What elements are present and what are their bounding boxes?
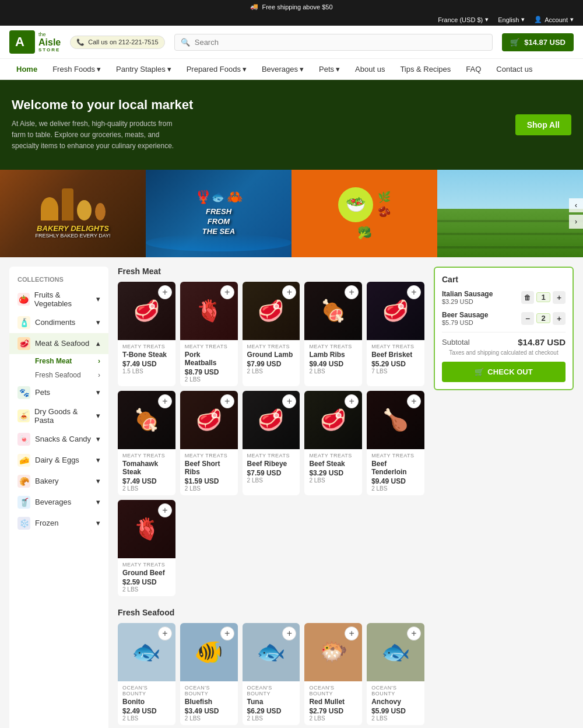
nav-tips[interactable]: Tips & Recipes (393, 59, 458, 79)
meat-product-1-brand: MEATY TREATS (185, 344, 233, 349)
seafood-product-3-info: OCEAN'S BOUNTY Red Mullet $2.79 USD 2 LB… (304, 681, 362, 725)
meat-product-9-add[interactable]: + (407, 394, 421, 408)
fresh-foods-chevron: ▾ (97, 65, 101, 74)
shop-all-button[interactable]: Shop All (515, 114, 571, 135)
sidebar-item-meat[interactable]: 🥩 Meat & Seafood ▴ (9, 333, 108, 354)
nav-fresh-foods[interactable]: Fresh Foods ▾ (45, 59, 108, 79)
sidebar-sub-fresh-meat[interactable]: Fresh Meat › (35, 354, 108, 368)
meat-product-7-info: MEATY TREATS Beef Ribeye $7.59 USD 2 LBS (243, 449, 300, 487)
checkout-button[interactable]: 🛒 CHECK OUT (442, 362, 566, 382)
banner-prev-button[interactable]: ‹ (569, 198, 583, 212)
meat-product-2-brand: MEATY TREATS (247, 344, 296, 349)
seafood-product-3[interactable]: 🐡 + OCEAN'S BOUNTY Red Mullet $2.79 USD … (304, 623, 362, 725)
sidebar-item-frozen[interactable]: ❄️ Frozen ▾ (9, 513, 108, 534)
banner-produce[interactable]: 🥗 🌿 🫘 🥦 (292, 170, 437, 257)
fresh-seafood-chevron: › (98, 371, 100, 379)
seafood-product-2[interactable]: 🐟 + OCEAN'S BOUNTY Tuna $6.29 USD 2 LBS (243, 623, 300, 725)
search-bar[interactable]: 🔍 (174, 34, 493, 51)
meat-product-5-weight: 2 LBS (122, 485, 171, 492)
meat-product-5-add[interactable]: + (158, 394, 172, 408)
cart-item-0-plus[interactable]: + (553, 291, 566, 304)
meat-product-6[interactable]: 🥩 + MEATY TREATS Beef Short Ribs $1.59 U… (180, 391, 238, 495)
sidebar-item-dairy[interactable]: 🧀 Dairy & Eggs ▾ (9, 450, 108, 471)
meat-product-1-add[interactable]: + (220, 285, 234, 299)
meat-product-8[interactable]: 🥩 + MEATY TREATS Beef Steak $3.29 USD 2 … (304, 391, 362, 495)
cart-item-1-minus[interactable]: − (521, 312, 534, 325)
seafood-product-1-add[interactable]: + (220, 626, 234, 640)
sidebar-item-pets[interactable]: 🐾 Pets ▾ (9, 382, 108, 403)
banner-farm[interactable] (437, 170, 583, 257)
logo[interactable]: A the Aisle STORE (9, 30, 61, 54)
sidebar-item-snacks[interactable]: 🍬 Snacks & Candy ▾ (9, 429, 108, 450)
account-menu[interactable]: 👤 Account ▾ (534, 16, 574, 23)
meat-product-8-add[interactable]: + (345, 394, 359, 408)
banner-sea[interactable]: 🦞🐟🦀 FRESHFROMTHE SEA (146, 170, 292, 257)
free-shipping-text: Free shipping above $50 (262, 4, 332, 10)
meat-product-4-add[interactable]: + (407, 285, 421, 299)
nav-home[interactable]: Home (9, 59, 44, 79)
meat-product-4[interactable]: 🥩 + MEATY TREATS Beef Brisket $5.29 USD … (367, 282, 424, 386)
meat-product-10[interactable]: 🫀 + MEATY TREATS Ground Beef $2.59 USD 2… (118, 500, 175, 596)
sidebar-item-beverages[interactable]: 🥤 Beverages ▾ (9, 492, 108, 513)
meat-product-2-add[interactable]: + (282, 285, 296, 299)
seafood-product-4[interactable]: 🐟 + OCEAN'S BOUNTY Anchovy $5.99 USD 2 L… (367, 623, 424, 725)
snacks-icon: 🍬 (17, 433, 30, 446)
nav-about[interactable]: About us (348, 59, 392, 79)
cart-item-0-delete[interactable]: 🗑 (521, 291, 534, 304)
banner-next-button[interactable]: › (569, 215, 583, 229)
cart-item-1: Beer Sausage $5.79 USD − 2 + (442, 311, 566, 326)
search-input[interactable] (195, 38, 486, 47)
meat-product-2[interactable]: 🥩 + MEATY TREATS Ground Lamb $7.99 USD 2… (243, 282, 300, 386)
nav-contact[interactable]: Contact us (489, 59, 539, 79)
cart-item-1-plus[interactable]: + (553, 312, 566, 325)
seafood-product-0[interactable]: 🐟 + OCEAN'S BOUNTY Bonito $2.49 USD 2 LB… (118, 623, 175, 725)
produce-art: 🥗 🌿 🫘 (338, 187, 391, 222)
seafood-product-3-add[interactable]: + (345, 626, 359, 640)
sidebar-item-fruits[interactable]: 🍅 Fruits & Vegetables ▾ (9, 286, 108, 312)
cart-item-1-quantity: 2 (536, 313, 550, 323)
sidebar-item-condiments[interactable]: 🧴 Condiments ▾ (9, 312, 108, 333)
banner-bakery[interactable]: BAKERY DELIGHTS FRESHLY BAKED EVERY DAY! (0, 170, 146, 257)
meat-product-2-price: $7.99 USD (247, 360, 296, 368)
meat-product-3-add[interactable]: + (345, 285, 359, 299)
cart-button[interactable]: 🛒 $14.87 USD (502, 33, 574, 51)
meat-product-1[interactable]: 🫀 + MEATY TREATS Pork Meatballs $8.79 US… (180, 282, 238, 386)
meat-product-3[interactable]: 🍖 + MEATY TREATS Lamb Ribs $9.49 USD 2 L… (304, 282, 362, 386)
seafood-product-2-price: $6.29 USD (247, 707, 296, 715)
region-selector[interactable]: France (USD $) ▾ (438, 16, 489, 23)
phone-badge[interactable]: 📞 Call us on 212-221-7515 (70, 36, 164, 49)
nav-beverages[interactable]: Beverages ▾ (255, 59, 311, 79)
cart-icon: 🛒 (510, 38, 519, 47)
seafood-product-1[interactable]: 🐠 + OCEAN'S BOUNTY Bluefish $3.49 USD 2 … (180, 623, 238, 725)
cart-item-1-qty: − 2 + (521, 312, 566, 325)
fresh-meat-section-title: Fresh Meat (118, 267, 424, 276)
seafood-product-1-weight: 2 LBS (185, 715, 233, 722)
meat-product-9-price: $9.49 USD (371, 477, 420, 485)
sidebar-sub-fresh-seafood[interactable]: Fresh Seafood › (35, 368, 108, 382)
meat-product-0[interactable]: 🥩 + MEATY TREATS T-Bone Steak $7.49 USD … (118, 282, 175, 386)
meat-product-10-add[interactable]: + (158, 503, 172, 517)
meat-product-8-name: Beef Steak (309, 460, 357, 468)
nav-faq[interactable]: FAQ (459, 59, 488, 79)
sidebar-item-dry-goods[interactable]: 🍝 Dry Goods & Pasta ▾ (9, 403, 108, 429)
meat-product-7[interactable]: 🥩 + MEATY TREATS Beef Ribeye $7.59 USD 2… (243, 391, 300, 495)
meat-product-5[interactable]: 🍖 + MEATY TREATS Tomahawk Steak $7.49 US… (118, 391, 175, 495)
sidebar-item-bakery[interactable]: 🥐 Bakery ▾ (9, 471, 108, 492)
nav-prepared-foods[interactable]: Prepared Foods ▾ (180, 59, 254, 79)
meat-product-6-add[interactable]: + (220, 394, 234, 408)
meat-product-6-name: Beef Short Ribs (185, 460, 233, 476)
language-selector[interactable]: English ▾ (498, 16, 525, 23)
phone-number: Call us on 212-221-7515 (88, 38, 158, 46)
meat-product-0-add[interactable]: + (158, 285, 172, 299)
meat-product-7-emoji: 🥩 (258, 408, 284, 432)
bakery-art (41, 188, 106, 220)
seafood-product-4-add[interactable]: + (407, 626, 421, 640)
nav-pantry-staples[interactable]: Pantry Staples ▾ (109, 59, 178, 79)
seafood-product-2-add[interactable]: + (282, 626, 296, 640)
dairy-chevron: ▾ (96, 456, 100, 464)
seafood-product-0-add[interactable]: + (158, 626, 172, 640)
hero-description: At Aisle, we deliver fresh, high-quality… (12, 118, 187, 152)
meat-product-9[interactable]: 🍗 + MEATY TREATS Beef Tenderloin $9.49 U… (367, 391, 424, 495)
nav-pets[interactable]: Pets ▾ (312, 59, 347, 79)
meat-product-7-add[interactable]: + (282, 394, 296, 408)
